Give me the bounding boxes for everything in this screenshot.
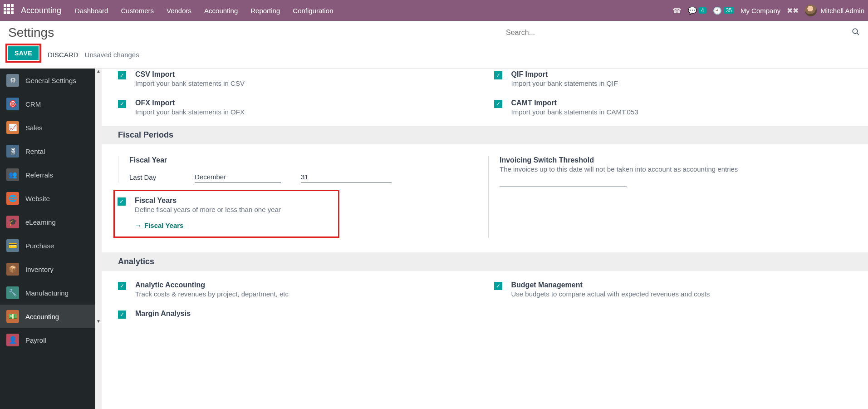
fiscal-year-title: Fiscal Year xyxy=(129,156,470,164)
menu-dashboard[interactable]: Dashboard xyxy=(75,7,108,15)
sidebar-item-label: Accounting xyxy=(25,313,59,320)
margin-title: Margin Analysis xyxy=(135,310,191,318)
manufacturing-icon: 🔧 xyxy=(6,286,19,299)
save-highlight: SAVE xyxy=(5,44,41,63)
search-icon[interactable] xyxy=(852,28,860,38)
arrow-right-icon: → xyxy=(135,222,142,229)
sidebar-item-label: Purchase xyxy=(25,242,54,250)
sidebar-item-purchase[interactable]: 💳Purchase xyxy=(0,234,95,257)
payroll-icon: 👤 xyxy=(6,334,19,346)
menu-reporting[interactable]: Reporting xyxy=(250,7,280,15)
threshold-input[interactable] xyxy=(500,187,627,187)
svg-line-1 xyxy=(857,33,859,35)
checkbox-analytic[interactable]: ✓ xyxy=(118,282,126,290)
analytic-desc: Track costs & revenues by project, depar… xyxy=(135,290,289,298)
fiscal-years-highlight: ✓ Fiscal Years Define fiscal years of mo… xyxy=(113,190,339,238)
purchase-icon: 💳 xyxy=(6,239,19,252)
checkbox-budget[interactable]: ✓ xyxy=(494,282,502,290)
threshold-desc: The invoices up to this date will not be… xyxy=(500,165,852,173)
debug-icon[interactable]: ✖✖ xyxy=(787,6,799,15)
sidebar-item-label: Referrals xyxy=(25,171,53,179)
camt-import-title: CAMT Import xyxy=(511,99,638,107)
fiscal-years-link-label: Fiscal Years xyxy=(144,222,183,229)
sidebar-item-label: Sales xyxy=(25,124,43,132)
threshold-title: Invoicing Switch Threshold xyxy=(500,156,852,164)
settings-sidebar: ⚙General Settings🎯CRM📈Sales🗄Rental👥Refer… xyxy=(0,69,95,409)
sidebar-item-crm[interactable]: 🎯CRM xyxy=(0,92,95,116)
checkbox-qif[interactable]: ✓ xyxy=(494,71,502,79)
sidebar-item-label: Payroll xyxy=(25,336,46,344)
fiscal-month-select[interactable]: December xyxy=(195,172,281,182)
page-title: Settings xyxy=(8,25,54,40)
unsaved-indicator: Unsaved changes xyxy=(85,51,139,59)
section-analytics: Analytics xyxy=(102,252,868,271)
sidebar-item-general-settings[interactable]: ⚙General Settings xyxy=(0,69,95,92)
sidebar-item-sales[interactable]: 📈Sales xyxy=(0,116,95,139)
sidebar-scrollbar[interactable]: ▲ ▼ xyxy=(95,69,102,409)
search-input[interactable] xyxy=(506,27,852,39)
sidebar-item-referrals[interactable]: 👥Referrals xyxy=(0,163,95,187)
sidebar-item-elearning[interactable]: 🎓eLearning xyxy=(0,210,95,234)
user-menu[interactable]: Mitchell Admin xyxy=(805,5,864,16)
referrals-icon: 👥 xyxy=(6,168,19,181)
menu-customers[interactable]: Customers xyxy=(121,7,154,15)
inventory-icon: 📦 xyxy=(6,263,19,276)
avatar xyxy=(805,5,817,16)
sidebar-item-accounting[interactable]: 💵Accounting xyxy=(0,305,95,328)
qif-import-desc: Import your bank statements in QIF xyxy=(511,79,618,87)
fiscal-years-link[interactable]: → Fiscal Years xyxy=(135,222,281,229)
budget-desc: Use budgets to compare actual with expec… xyxy=(511,290,710,298)
main-menu: Dashboard Customers Vendors Accounting R… xyxy=(75,7,333,15)
sidebar-item-inventory[interactable]: 📦Inventory xyxy=(0,257,95,281)
messages-button[interactable]: 💬 4 xyxy=(688,6,706,15)
crm-icon: 🎯 xyxy=(6,98,19,110)
scroll-up-icon[interactable]: ▲ xyxy=(95,69,102,74)
section-fiscal-periods: Fiscal Periods xyxy=(102,126,868,144)
menu-accounting[interactable]: Accounting xyxy=(204,7,238,15)
clock-icon: 🕘 xyxy=(713,6,722,15)
sidebar-item-label: Manufacturing xyxy=(25,289,69,297)
elearning-icon: 🎓 xyxy=(6,216,19,228)
sidebar-item-label: CRM xyxy=(25,100,41,108)
sidebar-item-manufacturing[interactable]: 🔧Manufacturing xyxy=(0,281,95,305)
app-name: Accounting xyxy=(21,6,61,15)
budget-title: Budget Management xyxy=(511,281,710,289)
accounting-icon: 💵 xyxy=(6,310,19,323)
fiscal-years-desc: Define fiscal years of more or less than… xyxy=(135,206,281,213)
sidebar-item-website[interactable]: 🌐Website xyxy=(0,187,95,210)
ofx-import-title: OFX Import xyxy=(135,99,245,107)
apps-icon[interactable] xyxy=(4,4,16,17)
checkbox-ofx[interactable]: ✓ xyxy=(118,100,126,108)
rental-icon: 🗄 xyxy=(6,145,19,158)
user-name: Mitchell Admin xyxy=(820,7,864,15)
sales-icon: 📈 xyxy=(6,121,19,134)
sidebar-item-payroll[interactable]: 👤Payroll xyxy=(0,328,95,352)
qif-import-title: QIF Import xyxy=(511,70,618,79)
fiscal-day-input[interactable]: 31 xyxy=(301,172,392,182)
svg-point-0 xyxy=(853,29,858,34)
checkbox-camt[interactable]: ✓ xyxy=(494,100,502,108)
menu-configuration[interactable]: Configuration xyxy=(293,7,333,15)
website-icon: 🌐 xyxy=(6,192,19,205)
checkbox-margin[interactable]: ✓ xyxy=(118,310,126,319)
chat-icon: 💬 xyxy=(688,6,697,15)
menu-vendors[interactable]: Vendors xyxy=(167,7,191,15)
scroll-down-icon[interactable]: ▼ xyxy=(95,319,102,324)
settings-content: ✓ CSV Import Import your bank statements… xyxy=(102,69,868,409)
analytic-title: Analytic Accounting xyxy=(135,281,289,289)
company-switcher[interactable]: My Company xyxy=(740,7,780,15)
camt-import-desc: Import your bank statements in CAMT.053 xyxy=(511,108,638,116)
sidebar-item-rental[interactable]: 🗄Rental xyxy=(0,139,95,163)
checkbox-csv[interactable]: ✓ xyxy=(118,71,126,79)
save-button[interactable]: SAVE xyxy=(8,46,39,60)
csv-import-title: CSV Import xyxy=(135,70,245,79)
sidebar-item-label: Inventory xyxy=(25,266,54,273)
activities-button[interactable]: 🕘 35 xyxy=(713,6,734,15)
support-icon[interactable]: ☎ xyxy=(672,6,682,15)
last-day-label: Last Day xyxy=(129,173,175,181)
discard-button[interactable]: DISCARD xyxy=(48,51,78,59)
chat-badge: 4 xyxy=(699,7,706,14)
sidebar-item-label: Rental xyxy=(25,148,45,155)
checkbox-fiscal-years[interactable]: ✓ xyxy=(118,197,126,206)
csv-import-desc: Import your bank statements in CSV xyxy=(135,79,245,87)
